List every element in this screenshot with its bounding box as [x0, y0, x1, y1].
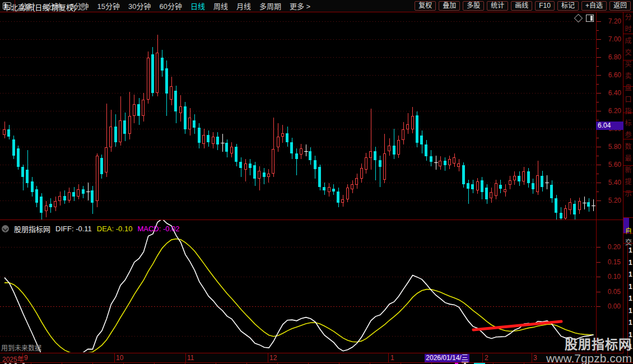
candle-body [430, 156, 432, 162]
indicator-axis-label: 0.05 [598, 288, 621, 296]
candle-body [406, 124, 409, 130]
candle-body [444, 161, 446, 165]
doji-dash [545, 183, 549, 183]
period-tab-多周期[interactable]: 多周期 [259, 1, 281, 11]
side-tab-active[interactable]: 自 [625, 226, 632, 235]
doji-dash [86, 192, 90, 192]
indicator-axis-label: 0.00 [598, 302, 621, 310]
watermark: 股朋指标网 www.7gpzb.com [546, 338, 632, 364]
candle-body [142, 100, 145, 116]
candle-body [550, 185, 553, 198]
candle-body [328, 187, 331, 193]
watermark-site-name: 股朋指标网 [546, 338, 632, 351]
price-axis-label: 6.40 [608, 89, 621, 97]
period-tab-15分钟[interactable]: 15分钟 [97, 1, 119, 11]
axis-minor-tick [597, 30, 599, 31]
candlestick-pane[interactable] [0, 12, 596, 220]
price-gridline [0, 111, 596, 111]
candle-body [277, 137, 280, 147]
clipped-digit: 1 [629, 259, 632, 271]
candle-body [188, 118, 191, 129]
candle-body [239, 162, 242, 168]
candle-body [258, 171, 260, 179]
future-data-warning: 用到未来数据 [1, 343, 41, 352]
month-label-2: 2 [485, 354, 488, 362]
split-pane-icon[interactable] [586, 15, 594, 22]
price-axis-label: 5.20 [608, 197, 621, 204]
top-toolbar: 分时1分钟5分钟15分钟30分钟60分钟日线周线月线多周期更多 > 复权叠加多股… [0, 0, 633, 12]
toolbar-button-+自选[interactable]: +自选 [581, 1, 607, 11]
price-axis-label: 7.20 [608, 17, 621, 25]
axis-minor-tick [597, 174, 599, 174]
candle-body [68, 192, 71, 200]
period-tab-更多 >[interactable]: 更多 > [290, 1, 310, 11]
candle-body [216, 137, 219, 144]
right-side-strip[interactable]: 分时成交买卖盘口指标参数最新提示 自 交 111111111 [623, 12, 633, 362]
axis-tick [597, 147, 601, 147]
price-axis-label: 5.40 [608, 179, 621, 186]
clipped-digit: 1 [629, 270, 632, 283]
month-separator [22, 353, 23, 362]
candle-body [318, 167, 321, 186]
chart-title: 市北高新(日线.前复权) [3, 2, 76, 12]
candle-body [393, 146, 395, 155]
chevron-down-icon[interactable] [2, 225, 9, 232]
candle-body [402, 129, 404, 140]
period-tab-月线[interactable]: 月线 [236, 1, 251, 11]
toolbar-button-统计[interactable]: 统计 [487, 1, 508, 11]
candle-body [439, 161, 441, 166]
month-separator [114, 353, 115, 362]
candle-body [332, 189, 335, 192]
month-separator [482, 353, 483, 362]
watermark-url: www.7gpzb.com [546, 352, 632, 364]
toolbar-button-标记[interactable]: 标记 [557, 1, 579, 11]
month-label-3: 3 [533, 354, 537, 362]
candle-body [119, 120, 122, 142]
strip-separator [623, 34, 633, 34]
axis-minor-tick [597, 120, 599, 120]
strip-separator [623, 60, 633, 60]
clipped-side-panel-glyphs: 分时成交买卖盘口指标参数最新提示 [625, 13, 632, 202]
candle-body [49, 204, 52, 207]
candle-body [351, 184, 353, 190]
current-price-marker: 6.04 [596, 122, 623, 130]
diff-value: DIFF: -0.11 [55, 225, 92, 233]
price-axis: 7.207.006.806.606.406.206.005.805.605.40… [597, 12, 623, 353]
candle-body [156, 53, 159, 93]
toolbar-button-F10[interactable]: F10 [535, 1, 555, 11]
candle-body [323, 187, 325, 190]
candle-body [123, 120, 126, 134]
candle-body [133, 104, 136, 116]
price-gridline [0, 129, 596, 129]
toolbar-button-多股[interactable]: 多股 [463, 1, 484, 11]
candle-body [198, 128, 201, 143]
period-tab-60分钟[interactable]: 60分钟 [159, 1, 181, 11]
candle-body [179, 106, 182, 114]
period-tab-30分钟[interactable]: 30分钟 [128, 1, 151, 11]
side-tab[interactable]: 交 [625, 237, 632, 246]
candle-body [63, 196, 66, 200]
toolbar-button-叠加[interactable]: 叠加 [439, 1, 460, 11]
chart-title-row: 市北高新(日线.前复权) [3, 2, 86, 12]
month-label-10: 10 [116, 354, 123, 362]
toolbar-button-返回[interactable]: 返回 [609, 1, 631, 11]
toolbar-button-画线[interactable]: 画线 [511, 1, 532, 11]
indicator-axis-label: 0.20 [598, 243, 621, 251]
month-separator [388, 353, 389, 362]
price-gridline [0, 200, 596, 201]
price-axis-label: 7.00 [608, 35, 621, 43]
candle-body [490, 192, 492, 198]
toolbar-button-复权[interactable]: 复权 [415, 1, 436, 11]
strip-separator [623, 217, 633, 218]
month-label-9: 9 [24, 354, 28, 362]
diamond-icon[interactable] [574, 14, 583, 23]
candle-body [114, 127, 117, 142]
period-tab-周线[interactable]: 周线 [213, 1, 228, 11]
price-axis-label: 6.80 [608, 53, 621, 61]
candle-body [532, 183, 534, 189]
chevron-down-icon[interactable] [79, 3, 86, 11]
price-gridline [0, 183, 596, 183]
period-tab-日线[interactable]: 日线 [190, 1, 205, 11]
clipped-digit: 1 [629, 246, 632, 259]
price-axis-label: 6.20 [608, 107, 621, 115]
